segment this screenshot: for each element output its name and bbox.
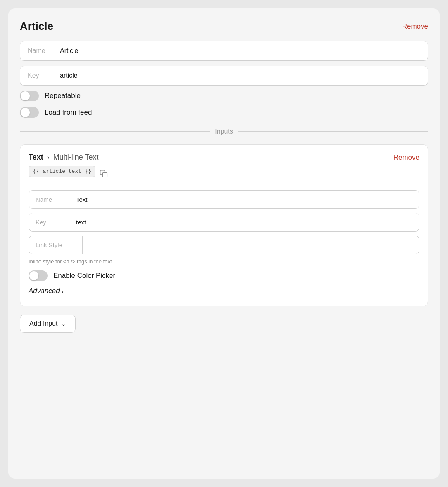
article-card: Article Remove Name Key Repeatable Load …	[8, 8, 440, 479]
repeatable-toggle[interactable]	[20, 91, 39, 101]
color-picker-row: Enable Color Picker	[29, 270, 419, 281]
add-input-label: Add Input	[29, 320, 58, 327]
repeatable-label: Repeatable	[45, 92, 81, 100]
link-style-hint: Inline style for <a /> tags in the text	[29, 258, 419, 265]
svg-rect-0	[103, 173, 107, 177]
card-title: Article	[20, 20, 53, 33]
text-name-input[interactable]	[70, 191, 419, 208]
text-key-label: Key	[29, 213, 70, 231]
color-picker-toggle[interactable]	[29, 270, 48, 281]
link-style-input-row: Link Style	[29, 236, 419, 254]
card-header: Article Remove	[20, 20, 428, 33]
text-type-label: Text › Multi-line Text	[29, 153, 98, 162]
text-key-input[interactable]	[70, 213, 419, 231]
load-from-feed-toggle[interactable]	[20, 107, 39, 118]
color-picker-label: Enable Color Picker	[53, 272, 115, 280]
type-separator: ›	[47, 153, 50, 161]
name-input-row: Name	[20, 41, 428, 61]
name-input[interactable]	[53, 41, 428, 60]
text-type-bold: Text	[29, 153, 43, 161]
link-style-label: Link Style	[29, 236, 83, 254]
advanced-chevron-icon: ›	[62, 288, 64, 295]
code-copy-row: {{ article.text }}	[29, 166, 419, 184]
load-from-feed-row: Load from feed	[20, 107, 428, 118]
divider-label: Inputs	[215, 128, 233, 135]
text-name-input-row: Name	[29, 190, 419, 209]
text-input-section: Text › Multi-line Text Remove {{ article…	[20, 144, 428, 306]
card-remove-button[interactable]: Remove	[402, 22, 428, 31]
copy-icon-button[interactable]	[99, 169, 109, 181]
add-input-chevron-icon: ⌄	[61, 320, 66, 327]
text-type-sub: Multi-line Text	[53, 153, 99, 161]
repeatable-row: Repeatable	[20, 91, 428, 101]
text-name-label: Name	[29, 191, 70, 208]
text-section-header: Text › Multi-line Text Remove	[29, 153, 419, 162]
divider-line-left	[20, 131, 210, 132]
text-key-input-row: Key	[29, 213, 419, 232]
name-label: Name	[20, 41, 53, 60]
code-tag: {{ article.text }}	[29, 166, 95, 177]
key-input-row: Key	[20, 66, 428, 86]
link-style-input[interactable]	[83, 236, 419, 254]
divider-line-right	[238, 131, 428, 132]
add-input-button[interactable]: Add Input ⌄	[20, 315, 76, 333]
advanced-row[interactable]: Advanced ›	[29, 287, 419, 295]
advanced-label: Advanced	[29, 287, 60, 295]
load-from-feed-label: Load from feed	[45, 108, 92, 117]
inputs-divider: Inputs	[20, 128, 428, 135]
text-input-remove-button[interactable]: Remove	[393, 153, 419, 162]
key-input[interactable]	[53, 66, 428, 85]
key-label: Key	[20, 66, 53, 85]
